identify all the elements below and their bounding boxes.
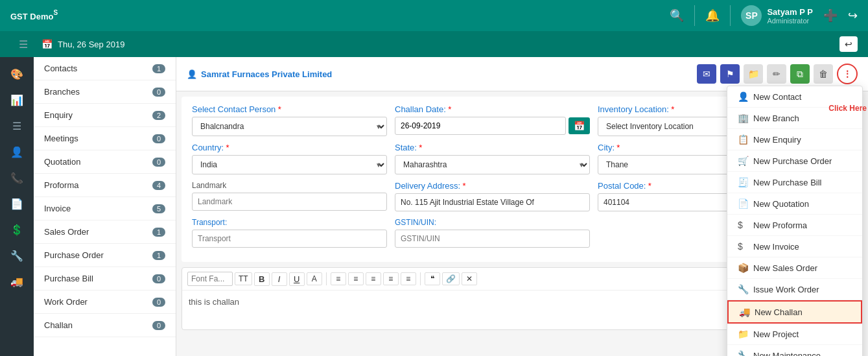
challan-date-label: Challan Date: *	[395, 104, 590, 114]
delivery-address-label: Delivery Address: *	[395, 181, 590, 191]
state-label: State: *	[395, 143, 590, 152]
folder-button[interactable]: 📁	[744, 64, 763, 84]
delete-button[interactable]: 🗑	[814, 64, 833, 84]
icon-sidebar: 🎨 📊 ☰ 👤 📞 📄 💲 🔧 🚚	[0, 57, 34, 356]
menu-new-invoice[interactable]: $ New Invoice	[727, 236, 862, 257]
left-nav-item-work-order[interactable]: Work Order 0	[34, 291, 176, 314]
logout-icon[interactable]: ↪	[848, 8, 858, 23]
menu-new-sales-order[interactable]: 📦 New Sales Order	[727, 257, 862, 279]
menu-new-quotation[interactable]: 📄 New Quotation	[727, 193, 862, 215]
link-btn[interactable]: 🔗	[442, 272, 460, 285]
left-nav-item-enquiry[interactable]: Enquiry 2	[34, 104, 176, 127]
top-navbar: GST DemoS 🔍 🔔 SP Satyam P P Administrato…	[0, 0, 868, 31]
back-button[interactable]: ↩	[839, 36, 858, 52]
left-nav-item-quotation[interactable]: Quotation 0	[34, 150, 176, 174]
gstin-group: GSTIN/UIN:	[395, 218, 590, 248]
left-nav-item-purchase-bill[interactable]: Purchase Bill 0	[34, 267, 176, 291]
email-button[interactable]: ✉	[697, 64, 716, 84]
bell-icon[interactable]: 🔔	[705, 8, 720, 23]
palette-icon-btn[interactable]: 🎨	[4, 62, 30, 86]
person-icon-btn[interactable]: 👤	[4, 140, 30, 163]
ordered-list-btn[interactable]: ≡	[348, 272, 364, 285]
underline-btn[interactable]: U	[289, 272, 305, 286]
copy-button[interactable]: ⧉	[790, 64, 810, 84]
truck-icon-btn[interactable]: 🚚	[4, 270, 30, 293]
dashboard-icon-btn[interactable]: 📊	[4, 88, 30, 112]
dollar-icon-btn[interactable]: 💲	[4, 218, 30, 241]
toolbar-sep-1	[326, 272, 327, 285]
left-nav-item-sales-order[interactable]: Sales Order 1	[34, 220, 176, 244]
left-nav-item-meetings[interactable]: Meetings 0	[34, 127, 176, 150]
state-select[interactable]: Maharashtra	[395, 155, 590, 174]
country-select[interactable]: India	[192, 155, 387, 174]
menu-new-proforma[interactable]: $ New Proforma	[727, 215, 862, 236]
list-icon-btn[interactable]: ☰	[4, 114, 30, 137]
menu-new-maintenance[interactable]: 🔧 New Maintenance	[727, 345, 862, 356]
left-nav-item-challan[interactable]: Challan 0	[34, 314, 176, 337]
hamburger-button[interactable]: ☰	[10, 32, 36, 56]
challan-date-wrapper: 📅	[395, 117, 590, 135]
calendar-button[interactable]: 📅	[569, 117, 590, 134]
contact-icon: 👤	[738, 91, 748, 102]
challan-date-input[interactable]	[395, 117, 566, 135]
font-family-input[interactable]	[187, 272, 233, 286]
add-icon[interactable]: ➕	[823, 8, 838, 23]
left-nav-item-contacts[interactable]: Contacts 1	[34, 57, 176, 80]
maintenance-icon: 🔧	[738, 350, 748, 356]
country-wrapper: India	[192, 155, 387, 174]
contact-person-wrapper: Bhalcnandra	[192, 117, 387, 136]
bold-btn[interactable]: B	[254, 272, 270, 286]
menu-new-purchase-order[interactable]: 🛒 New Purchase Order	[727, 150, 862, 172]
menu-new-enquiry[interactable]: 📋 New Enquiry	[727, 129, 862, 150]
color-btn[interactable]: A	[307, 272, 322, 285]
purchase-order-icon: 🛒	[738, 156, 748, 166]
transport-label: Transport:	[192, 218, 387, 227]
avatar: SP	[741, 5, 762, 26]
company-actions: ✉ ⚑ 📁 ✏ ⧉ 🗑 ⋮	[697, 64, 858, 84]
edit-button[interactable]: ✏	[767, 64, 786, 84]
left-nav-item-proforma[interactable]: Proforma 4	[34, 174, 176, 197]
quote-btn[interactable]: ❝	[425, 272, 440, 285]
contact-person-select[interactable]: Bhalcnandra	[192, 117, 387, 136]
transport-input[interactable]	[192, 230, 387, 248]
unordered-list-btn[interactable]: ≡	[366, 272, 381, 285]
landmark-input[interactable]	[192, 193, 387, 211]
left-nav: Contacts 1 Branches 0 Enquiry 2 Meetings…	[34, 57, 176, 356]
delivery-address-input[interactable]	[395, 193, 590, 211]
top-navbar-left: GST DemoS	[10, 9, 58, 23]
company-name: 👤 Samrat Furnaces Private Limited	[187, 69, 332, 79]
italic-btn[interactable]: I	[272, 272, 287, 286]
date-display: Thu, 26 Sep 2019	[58, 40, 124, 49]
sales-order-icon: 📦	[738, 263, 748, 273]
menu-new-challan[interactable]: 🚚 New Challan	[727, 300, 862, 324]
indent-btn[interactable]: ≡	[383, 272, 399, 285]
align-left-btn[interactable]: ≡	[331, 272, 346, 285]
flag-button[interactable]: ⚑	[720, 64, 740, 84]
invoice-icon: $	[738, 241, 748, 252]
transport-group: Transport:	[192, 218, 387, 248]
left-nav-item-branches[interactable]: Branches 0	[34, 80, 176, 104]
proforma-icon: $	[738, 220, 748, 230]
app-title: GST DemoS	[10, 9, 58, 23]
more-options-button[interactable]: ⋮	[837, 64, 858, 84]
country-label: Country: *	[192, 143, 387, 152]
menu-new-project[interactable]: 📁 New Project	[727, 324, 862, 345]
outdent-btn[interactable]: ≡	[401, 272, 416, 285]
user-name: Satyam P P	[767, 7, 813, 17]
clear-format-btn[interactable]: ✕	[462, 272, 477, 285]
purchase-bill-icon: 🧾	[738, 177, 748, 187]
project-icon: 📁	[738, 329, 748, 339]
wrench-icon-btn[interactable]: 🔧	[4, 244, 30, 267]
phone-icon-btn[interactable]: 📞	[4, 166, 30, 189]
search-icon[interactable]: 🔍	[670, 8, 684, 23]
challan-date-group: Challan Date: * 📅	[395, 104, 590, 136]
menu-issue-work-order[interactable]: 🔧 Issue Work Order	[727, 279, 862, 300]
left-nav-item-invoice[interactable]: Invoice 5	[34, 197, 176, 220]
user-details: Satyam P P Administrator	[767, 7, 813, 25]
text-size-btn[interactable]: TT	[235, 272, 252, 285]
menu-new-purchase-bill[interactable]: 🧾 New Purchase Bill	[727, 172, 862, 193]
left-nav-item-purchase-order[interactable]: Purchase Order 1	[34, 244, 176, 267]
country-group: Country: * India	[192, 143, 387, 174]
file-icon-btn[interactable]: 📄	[4, 192, 30, 215]
gstin-input[interactable]	[395, 230, 590, 248]
